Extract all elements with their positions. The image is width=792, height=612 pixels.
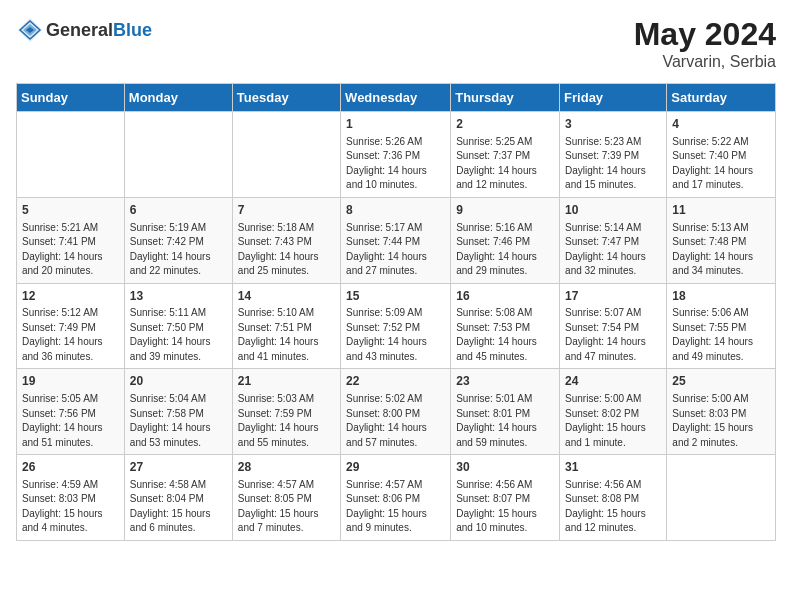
day-info: Sunrise: 4:56 AMSunset: 8:07 PMDaylight:… — [456, 478, 554, 536]
day-info: Sunrise: 4:57 AMSunset: 8:06 PMDaylight:… — [346, 478, 445, 536]
month-year-title: May 2024 — [634, 16, 776, 53]
table-row: 7Sunrise: 5:18 AMSunset: 7:43 PMDaylight… — [232, 197, 340, 283]
day-number: 11 — [672, 202, 770, 219]
day-info: Sunrise: 5:00 AMSunset: 8:02 PMDaylight:… — [565, 392, 661, 450]
table-row: 12Sunrise: 5:12 AMSunset: 7:49 PMDayligh… — [17, 283, 125, 369]
day-info: Sunrise: 4:56 AMSunset: 8:08 PMDaylight:… — [565, 478, 661, 536]
calendar-week-row: 26Sunrise: 4:59 AMSunset: 8:03 PMDayligh… — [17, 455, 776, 541]
day-info: Sunrise: 5:19 AMSunset: 7:42 PMDaylight:… — [130, 221, 227, 279]
day-number: 1 — [346, 116, 445, 133]
col-tuesday: Tuesday — [232, 84, 340, 112]
day-info: Sunrise: 5:08 AMSunset: 7:53 PMDaylight:… — [456, 306, 554, 364]
col-saturday: Saturday — [667, 84, 776, 112]
day-info: Sunrise: 5:18 AMSunset: 7:43 PMDaylight:… — [238, 221, 335, 279]
day-number: 2 — [456, 116, 554, 133]
table-row: 26Sunrise: 4:59 AMSunset: 8:03 PMDayligh… — [17, 455, 125, 541]
col-wednesday: Wednesday — [341, 84, 451, 112]
table-row: 29Sunrise: 4:57 AMSunset: 8:06 PMDayligh… — [341, 455, 451, 541]
day-info: Sunrise: 5:09 AMSunset: 7:52 PMDaylight:… — [346, 306, 445, 364]
table-row: 17Sunrise: 5:07 AMSunset: 7:54 PMDayligh… — [560, 283, 667, 369]
calendar-week-row: 19Sunrise: 5:05 AMSunset: 7:56 PMDayligh… — [17, 369, 776, 455]
day-number: 4 — [672, 116, 770, 133]
day-number: 10 — [565, 202, 661, 219]
day-number: 9 — [456, 202, 554, 219]
day-info: Sunrise: 5:23 AMSunset: 7:39 PMDaylight:… — [565, 135, 661, 193]
table-row: 14Sunrise: 5:10 AMSunset: 7:51 PMDayligh… — [232, 283, 340, 369]
day-number: 3 — [565, 116, 661, 133]
day-number: 5 — [22, 202, 119, 219]
day-info: Sunrise: 5:06 AMSunset: 7:55 PMDaylight:… — [672, 306, 770, 364]
calendar-week-row: 5Sunrise: 5:21 AMSunset: 7:41 PMDaylight… — [17, 197, 776, 283]
day-info: Sunrise: 5:14 AMSunset: 7:47 PMDaylight:… — [565, 221, 661, 279]
table-row: 27Sunrise: 4:58 AMSunset: 8:04 PMDayligh… — [124, 455, 232, 541]
day-info: Sunrise: 4:59 AMSunset: 8:03 PMDaylight:… — [22, 478, 119, 536]
location-subtitle: Varvarin, Serbia — [634, 53, 776, 71]
col-thursday: Thursday — [451, 84, 560, 112]
day-number: 19 — [22, 373, 119, 390]
day-number: 27 — [130, 459, 227, 476]
day-number: 18 — [672, 288, 770, 305]
calendar-week-row: 12Sunrise: 5:12 AMSunset: 7:49 PMDayligh… — [17, 283, 776, 369]
calendar-table: Sunday Monday Tuesday Wednesday Thursday… — [16, 83, 776, 541]
calendar-header-row: Sunday Monday Tuesday Wednesday Thursday… — [17, 84, 776, 112]
day-number: 8 — [346, 202, 445, 219]
table-row — [124, 112, 232, 198]
day-info: Sunrise: 5:04 AMSunset: 7:58 PMDaylight:… — [130, 392, 227, 450]
day-number: 21 — [238, 373, 335, 390]
day-number: 30 — [456, 459, 554, 476]
day-info: Sunrise: 5:01 AMSunset: 8:01 PMDaylight:… — [456, 392, 554, 450]
table-row — [232, 112, 340, 198]
logo-blue-text: Blue — [113, 20, 152, 40]
table-row: 24Sunrise: 5:00 AMSunset: 8:02 PMDayligh… — [560, 369, 667, 455]
table-row: 6Sunrise: 5:19 AMSunset: 7:42 PMDaylight… — [124, 197, 232, 283]
page-header: GeneralBlue May 2024 Varvarin, Serbia — [16, 16, 776, 71]
day-info: Sunrise: 5:17 AMSunset: 7:44 PMDaylight:… — [346, 221, 445, 279]
day-number: 7 — [238, 202, 335, 219]
title-area: May 2024 Varvarin, Serbia — [634, 16, 776, 71]
day-info: Sunrise: 4:57 AMSunset: 8:05 PMDaylight:… — [238, 478, 335, 536]
day-info: Sunrise: 5:22 AMSunset: 7:40 PMDaylight:… — [672, 135, 770, 193]
table-row — [667, 455, 776, 541]
table-row: 9Sunrise: 5:16 AMSunset: 7:46 PMDaylight… — [451, 197, 560, 283]
table-row: 4Sunrise: 5:22 AMSunset: 7:40 PMDaylight… — [667, 112, 776, 198]
table-row: 18Sunrise: 5:06 AMSunset: 7:55 PMDayligh… — [667, 283, 776, 369]
day-number: 23 — [456, 373, 554, 390]
table-row: 19Sunrise: 5:05 AMSunset: 7:56 PMDayligh… — [17, 369, 125, 455]
day-number: 14 — [238, 288, 335, 305]
table-row: 16Sunrise: 5:08 AMSunset: 7:53 PMDayligh… — [451, 283, 560, 369]
day-number: 26 — [22, 459, 119, 476]
day-info: Sunrise: 5:13 AMSunset: 7:48 PMDaylight:… — [672, 221, 770, 279]
table-row: 23Sunrise: 5:01 AMSunset: 8:01 PMDayligh… — [451, 369, 560, 455]
day-info: Sunrise: 5:25 AMSunset: 7:37 PMDaylight:… — [456, 135, 554, 193]
table-row: 3Sunrise: 5:23 AMSunset: 7:39 PMDaylight… — [560, 112, 667, 198]
day-info: Sunrise: 5:21 AMSunset: 7:41 PMDaylight:… — [22, 221, 119, 279]
table-row: 11Sunrise: 5:13 AMSunset: 7:48 PMDayligh… — [667, 197, 776, 283]
day-info: Sunrise: 5:00 AMSunset: 8:03 PMDaylight:… — [672, 392, 770, 450]
col-monday: Monday — [124, 84, 232, 112]
day-info: Sunrise: 5:10 AMSunset: 7:51 PMDaylight:… — [238, 306, 335, 364]
table-row: 15Sunrise: 5:09 AMSunset: 7:52 PMDayligh… — [341, 283, 451, 369]
table-row: 31Sunrise: 4:56 AMSunset: 8:08 PMDayligh… — [560, 455, 667, 541]
day-info: Sunrise: 5:26 AMSunset: 7:36 PMDaylight:… — [346, 135, 445, 193]
col-sunday: Sunday — [17, 84, 125, 112]
day-info: Sunrise: 4:58 AMSunset: 8:04 PMDaylight:… — [130, 478, 227, 536]
table-row: 5Sunrise: 5:21 AMSunset: 7:41 PMDaylight… — [17, 197, 125, 283]
day-number: 16 — [456, 288, 554, 305]
table-row: 28Sunrise: 4:57 AMSunset: 8:05 PMDayligh… — [232, 455, 340, 541]
day-number: 13 — [130, 288, 227, 305]
table-row — [17, 112, 125, 198]
day-number: 22 — [346, 373, 445, 390]
day-info: Sunrise: 5:11 AMSunset: 7:50 PMDaylight:… — [130, 306, 227, 364]
table-row: 20Sunrise: 5:04 AMSunset: 7:58 PMDayligh… — [124, 369, 232, 455]
table-row: 8Sunrise: 5:17 AMSunset: 7:44 PMDaylight… — [341, 197, 451, 283]
day-info: Sunrise: 5:03 AMSunset: 7:59 PMDaylight:… — [238, 392, 335, 450]
table-row: 25Sunrise: 5:00 AMSunset: 8:03 PMDayligh… — [667, 369, 776, 455]
day-number: 24 — [565, 373, 661, 390]
day-number: 12 — [22, 288, 119, 305]
logo: GeneralBlue — [16, 16, 152, 44]
day-number: 20 — [130, 373, 227, 390]
day-number: 25 — [672, 373, 770, 390]
day-number: 6 — [130, 202, 227, 219]
day-info: Sunrise: 5:16 AMSunset: 7:46 PMDaylight:… — [456, 221, 554, 279]
table-row: 2Sunrise: 5:25 AMSunset: 7:37 PMDaylight… — [451, 112, 560, 198]
